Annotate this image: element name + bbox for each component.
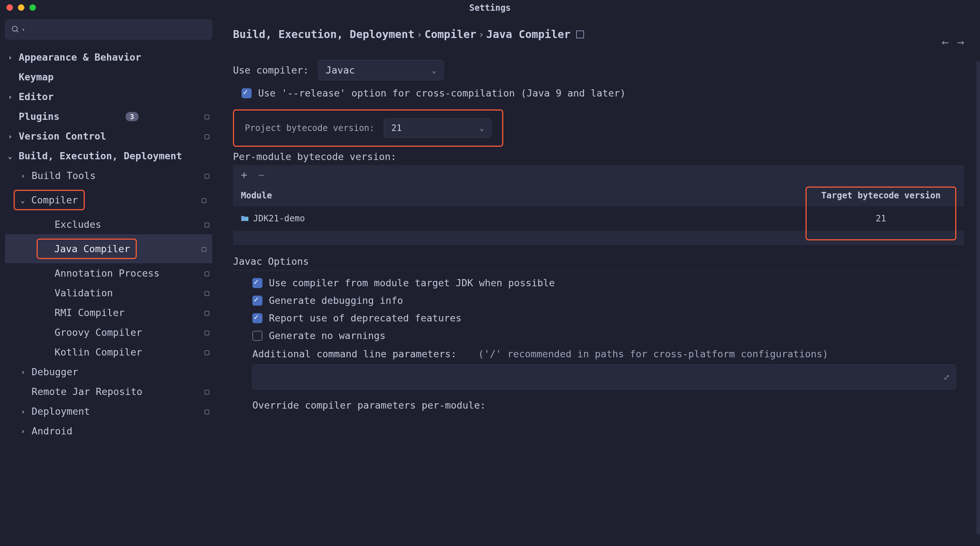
breadcrumb-part: Java Compiler bbox=[487, 28, 571, 41]
sidebar-item-validation[interactable]: Validation▢ bbox=[5, 283, 212, 303]
project-scope-icon: ▢ bbox=[205, 112, 209, 121]
chevron-down-icon: ⌄ bbox=[432, 66, 436, 75]
compiler-highlight: ⌄Compiler bbox=[14, 190, 85, 210]
project-scope-icon: ▢ bbox=[205, 407, 209, 416]
sidebar-item-label: Version Control bbox=[19, 130, 106, 142]
sidebar-item-keymap[interactable]: Keymap bbox=[5, 67, 212, 87]
sidebar-item-rmi-compiler[interactable]: RMI Compiler▢ bbox=[5, 303, 212, 322]
breadcrumb-part: Build, Execution, Deployment bbox=[233, 28, 415, 41]
project-bytecode-value: 21 bbox=[391, 123, 402, 133]
sidebar-item-annotation-process[interactable]: Annotation Process▢ bbox=[5, 263, 212, 283]
folder-icon bbox=[241, 213, 249, 224]
use-compiler-value: Javac bbox=[326, 65, 355, 76]
sidebar-item-excludes[interactable]: Excludes▢ bbox=[5, 214, 212, 234]
search-dropdown-icon[interactable]: ▾ bbox=[22, 27, 25, 32]
additional-params-input[interactable]: ⤢ bbox=[252, 365, 956, 390]
settings-content: ← → Build, Execution, Deployment › Compi… bbox=[217, 15, 980, 545]
sidebar-item-label: RMI Compiler bbox=[54, 307, 124, 318]
sidebar-item-label: Plugins bbox=[19, 111, 60, 122]
chevron-icon: › bbox=[8, 132, 14, 141]
sidebar-item-groovy-compiler[interactable]: Groovy Compiler▢ bbox=[5, 322, 212, 342]
svg-rect-2 bbox=[245, 219, 248, 221]
sidebar-item-version-control[interactable]: ›Version Control▢ bbox=[5, 126, 212, 146]
chevron-icon: › bbox=[21, 427, 27, 435]
chevron-down-icon: ⌄ bbox=[480, 124, 484, 132]
project-scope-icon: ▢ bbox=[205, 348, 209, 357]
window-title: Settings bbox=[469, 3, 511, 13]
release-option-checkbox[interactable] bbox=[242, 88, 251, 98]
project-scope-icon: ▢ bbox=[205, 289, 209, 297]
sidebar-item-label: Groovy Compiler bbox=[54, 327, 142, 338]
project-scope-icon: ▢ bbox=[202, 195, 207, 205]
sidebar-item-label: Deployment bbox=[32, 406, 90, 417]
report-deprecated-checkbox[interactable] bbox=[252, 313, 262, 323]
sidebar-item-build-tools[interactable]: ›Build Tools▢ bbox=[5, 166, 212, 186]
use-compiler-select[interactable]: Javac ⌄ bbox=[318, 60, 444, 80]
expand-icon[interactable]: ⤢ bbox=[943, 373, 950, 382]
sidebar-item-label: Keymap bbox=[19, 71, 54, 83]
sidebar-item-build-execution-deployment[interactable]: ⌄Build, Execution, Deployment bbox=[5, 146, 212, 166]
search-input[interactable]: ▾ bbox=[5, 19, 212, 40]
close-window-icon[interactable] bbox=[6, 4, 13, 11]
additional-params-hint: ('/' recommended in paths for cross-plat… bbox=[478, 348, 828, 359]
sidebar-item-compiler[interactable]: ⌄Compiler▢ bbox=[5, 186, 212, 214]
add-module-button[interactable]: + bbox=[241, 168, 247, 181]
minimize-window-icon[interactable] bbox=[18, 4, 24, 11]
sidebar-item-label: Excludes bbox=[54, 219, 101, 230]
project-bytecode-label: Project bytecode version: bbox=[245, 123, 374, 133]
additional-params-label: Additional command line parameters: bbox=[252, 348, 457, 359]
project-scope-icon: ▢ bbox=[205, 132, 209, 141]
sidebar-item-remote-jar-reposito[interactable]: Remote Jar Reposito▢ bbox=[5, 382, 212, 402]
nav-forward-icon[interactable]: → bbox=[958, 35, 964, 49]
sidebar-item-label: Java Compiler bbox=[54, 243, 130, 254]
opt4-label: Generate no warnings bbox=[269, 330, 385, 341]
use-compiler-label: Use compiler: bbox=[233, 65, 309, 76]
col-module-header: Module bbox=[241, 190, 805, 200]
generate-no-warnings-checkbox[interactable] bbox=[252, 331, 262, 341]
sidebar-item-label: Compiler bbox=[31, 194, 78, 206]
project-scope-icon: ▢ bbox=[205, 328, 209, 337]
sidebar-item-appearance-behavior[interactable]: ›Appearance & Behavior bbox=[5, 48, 212, 67]
chevron-icon: › bbox=[21, 171, 27, 180]
svg-line-1 bbox=[16, 30, 18, 32]
generate-debug-info-checkbox[interactable] bbox=[252, 295, 262, 306]
sidebar-item-deployment[interactable]: ›Deployment▢ bbox=[5, 402, 212, 421]
java-compiler-highlight: Java Compiler bbox=[37, 238, 137, 259]
override-params-label: Override compiler parameters per-module: bbox=[252, 400, 964, 411]
project-scope-icon: ▢ bbox=[205, 387, 209, 396]
breadcrumb: Build, Execution, Deployment › Compiler … bbox=[233, 28, 964, 41]
module-table-toolbar: + − bbox=[233, 165, 964, 185]
sidebar-item-label: Build, Execution, Deployment bbox=[19, 150, 182, 162]
sidebar-item-label: Editor bbox=[19, 91, 54, 102]
project-bytecode-select[interactable]: 21 ⌄ bbox=[384, 118, 492, 138]
use-compiler-from-module-checkbox[interactable] bbox=[252, 278, 262, 288]
module-table: + − Module Target bytecode version JDK21… bbox=[233, 165, 964, 245]
project-scope-icon: ▢ bbox=[205, 220, 209, 229]
sidebar-item-kotlin-compiler[interactable]: Kotlin Compiler▢ bbox=[5, 342, 212, 362]
chevron-icon: › bbox=[8, 53, 14, 62]
sidebar-item-debugger[interactable]: ›Debugger bbox=[5, 362, 212, 382]
opt1-label: Use compiler from module target JDK when… bbox=[269, 277, 555, 289]
breadcrumb-separator-icon: › bbox=[417, 29, 423, 40]
nav-back-icon[interactable]: ← bbox=[942, 35, 948, 49]
sidebar-item-java-compiler[interactable]: Java Compiler▢ bbox=[5, 234, 212, 263]
sidebar-item-label: Kotlin Compiler bbox=[54, 346, 142, 358]
breadcrumb-part: Compiler bbox=[424, 28, 476, 41]
release-option-label: Use '--release' option for cross-compila… bbox=[258, 87, 626, 98]
javac-options-heading: Javac Options bbox=[233, 256, 964, 271]
col-target-header: Target bytecode version bbox=[805, 190, 956, 200]
svg-point-0 bbox=[12, 26, 17, 31]
target-bytecode-cell[interactable]: 21 bbox=[805, 213, 956, 224]
remove-module-button[interactable]: − bbox=[258, 168, 264, 181]
sidebar-item-label: Appearance & Behavior bbox=[19, 52, 141, 63]
sidebar-item-label: Validation bbox=[54, 287, 113, 298]
sidebar-item-label: Remote Jar Reposito bbox=[32, 386, 143, 397]
chevron-icon: ⌄ bbox=[8, 152, 14, 160]
sidebar-item-plugins[interactable]: Plugins3▢ bbox=[5, 106, 212, 126]
sidebar-item-android[interactable]: ›Android bbox=[5, 421, 212, 441]
table-row[interactable]: JDK21-demo21 bbox=[233, 206, 964, 245]
sidebar-item-editor[interactable]: ›Editor bbox=[5, 87, 212, 106]
maximize-window-icon[interactable] bbox=[29, 4, 36, 11]
opt2-label: Generate debugging info bbox=[269, 295, 403, 306]
module-cell: JDK21-demo bbox=[241, 213, 805, 224]
